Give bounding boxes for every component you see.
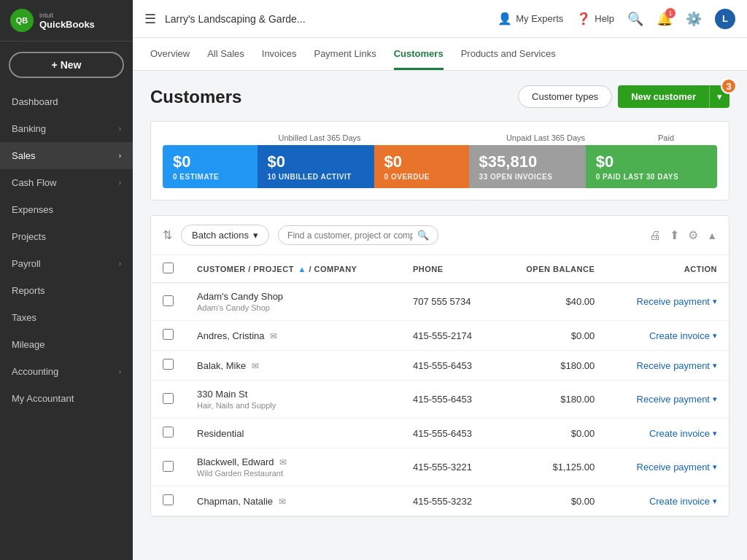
balance-column-header: OPEN BALANCE — [498, 255, 606, 283]
customer-phone: 415-555-6453 — [401, 381, 498, 419]
row-checkbox[interactable] — [163, 461, 174, 472]
customer-action-button[interactable]: Receive payment — [637, 462, 710, 472]
sidebar-item-banking[interactable]: Banking › — [0, 115, 133, 142]
sidebar-item-label: Mileage — [12, 339, 45, 350]
help-button[interactable]: ❓ Help — [576, 12, 614, 26]
sidebar-item-sales[interactable]: Sales › — [0, 142, 133, 169]
customer-sub: Wild Garden Restaurant — [197, 469, 390, 478]
collapse-button[interactable]: ▲ — [707, 230, 717, 241]
row-checkbox[interactable] — [163, 295, 174, 306]
sidebar-item-projects[interactable]: Projects — [0, 223, 133, 250]
action-dropdown-caret[interactable]: ▾ — [713, 462, 717, 472]
sort-icon[interactable]: ⇅ — [163, 228, 172, 242]
row-checkbox-cell — [151, 448, 185, 486]
customer-name[interactable]: Blackwell, Edward ✉ — [197, 456, 390, 467]
row-checkbox[interactable] — [163, 359, 174, 370]
hamburger-menu-icon[interactable]: ☰ — [144, 11, 156, 27]
chevron-right-icon: › — [119, 368, 121, 376]
customer-action-cell: Receive payment ▾ — [606, 381, 729, 419]
row-checkbox-cell — [151, 283, 185, 321]
sidebar-item-expenses[interactable]: Expenses — [0, 196, 133, 223]
sidebar-item-myaccountant[interactable]: My Accountant — [0, 385, 133, 412]
action-dropdown-caret[interactable]: ▾ — [713, 394, 717, 404]
tab-paymentlinks[interactable]: Payment Links — [314, 38, 376, 70]
customer-name[interactable]: Chapman, Natalie ✉ — [197, 496, 390, 507]
action-dropdown-caret[interactable]: ▾ — [713, 361, 717, 370]
person-icon: 👤 — [498, 12, 512, 26]
name-column-header[interactable]: CUSTOMER / PROJECT ▲ / COMPANY — [185, 255, 401, 283]
tab-customers[interactable]: Customers — [394, 38, 444, 70]
notification-badge: 1 — [665, 8, 676, 18]
paid-card[interactable]: $0 0 PAID LAST 30 DAYS — [586, 145, 717, 188]
customer-search-input[interactable] — [287, 230, 413, 241]
tab-overview[interactable]: Overview — [150, 38, 190, 70]
phone-column-header: PHONE — [401, 255, 498, 283]
new-button[interactable]: + New — [9, 52, 124, 78]
sidebar-item-dashboard[interactable]: Dashboard — [0, 88, 133, 115]
customer-types-button[interactable]: Customer types — [518, 85, 612, 108]
estimate-card[interactable]: $0 0 ESTIMATE — [163, 145, 258, 188]
sidebar-item-payroll[interactable]: Payroll › — [0, 250, 133, 277]
customer-sub: Adam's Candy Shop — [197, 303, 390, 312]
action-dropdown-caret[interactable]: ▾ — [713, 297, 717, 306]
customer-action-button[interactable]: Receive payment — [637, 394, 710, 405]
action-dropdown-caret[interactable]: ▾ — [713, 429, 717, 438]
email-icon: ✉ — [252, 361, 259, 371]
quickbooks-logo-icon: QB — [10, 9, 34, 32]
customer-action-button[interactable]: Create invoice — [649, 428, 710, 439]
customer-name-cell: Blackwell, Edward ✉ Wild Garden Restaura… — [185, 448, 401, 486]
open-invoices-card[interactable]: $35,810 33 OPEN INVOICES — [469, 145, 586, 188]
chevron-right-icon: › — [119, 179, 121, 187]
page-title: Customers — [150, 87, 241, 107]
tab-allsales[interactable]: All Sales — [207, 38, 244, 70]
sidebar-item-reports[interactable]: Reports — [0, 277, 133, 304]
table-row: Blackwell, Edward ✉ Wild Garden Restaura… — [151, 448, 729, 486]
sidebar-item-cashflow[interactable]: Cash Flow › — [0, 169, 133, 196]
customer-action-button[interactable]: Create invoice — [649, 330, 710, 341]
customer-name[interactable]: Andres, Cristina ✉ — [197, 330, 390, 341]
export-icon[interactable]: ⬆ — [670, 228, 679, 242]
sidebar-item-label: Cash Flow — [12, 177, 56, 188]
notifications-button[interactable]: 🔔 1 — [657, 11, 673, 27]
customer-action-cell: Create invoice ▾ — [606, 321, 729, 351]
customer-action-cell: Create invoice ▾ — [606, 486, 729, 516]
batch-actions-label: Batch actions — [192, 230, 249, 241]
settings-icon[interactable]: ⚙️ — [686, 11, 702, 27]
sidebar-item-accounting[interactable]: Accounting › — [0, 358, 133, 385]
my-experts-button[interactable]: 👤 My Experts — [498, 12, 563, 26]
customer-name[interactable]: 330 Main St — [197, 389, 390, 400]
sort-up-arrow-icon: ▲ — [298, 265, 306, 273]
customer-name[interactable]: Residential — [197, 428, 390, 439]
row-checkbox[interactable] — [163, 329, 174, 340]
sidebar-item-label: My Accountant — [12, 393, 74, 404]
summary-cards: $0 0 ESTIMATE $0 10 UNBILLED ACTIVIT $0 … — [163, 145, 717, 188]
row-checkbox[interactable] — [163, 494, 174, 505]
tab-products[interactable]: Products and Services — [461, 38, 556, 70]
company-name: Larry's Landscaping & Garde... — [165, 13, 489, 25]
main-area: ☰ Larry's Landscaping & Garde... 👤 My Ex… — [133, 0, 747, 560]
batch-actions-button[interactable]: Batch actions ▾ — [181, 225, 269, 246]
customer-action-button[interactable]: Create invoice — [649, 496, 710, 507]
sidebar-item-taxes[interactable]: Taxes — [0, 304, 133, 331]
select-all-checkbox[interactable] — [163, 262, 174, 273]
print-icon[interactable]: 🖨 — [649, 229, 661, 242]
row-checkbox[interactable] — [163, 427, 174, 438]
tab-invoices[interactable]: Invoices — [262, 38, 297, 70]
email-icon: ✉ — [270, 331, 277, 341]
unbilled-activity-card[interactable]: $0 10 UNBILLED ACTIVIT — [258, 145, 374, 188]
customer-name[interactable]: Adam's Candy Shop — [197, 291, 390, 302]
row-checkbox[interactable] — [163, 393, 174, 404]
action-dropdown-caret[interactable]: ▾ — [713, 331, 717, 341]
customer-search-box[interactable]: 🔍 — [278, 225, 438, 245]
customer-name[interactable]: Balak, Mike ✉ — [197, 360, 390, 371]
action-dropdown-caret[interactable]: ▾ — [713, 497, 717, 506]
sidebar-item-mileage[interactable]: Mileage — [0, 331, 133, 358]
user-avatar[interactable]: L — [715, 9, 735, 29]
table-row: Balak, Mike ✉ 415-555-6453 $180.00 Recei… — [151, 351, 729, 381]
search-icon[interactable]: 🔍 — [627, 11, 643, 27]
overdue-card[interactable]: $0 0 OVERDUE — [374, 145, 469, 188]
customer-action-button[interactable]: Receive payment — [637, 360, 710, 371]
customer-action-button[interactable]: Receive payment — [637, 296, 710, 307]
settings-table-icon[interactable]: ⚙ — [688, 228, 698, 242]
new-customer-button[interactable]: New customer — [618, 85, 709, 108]
